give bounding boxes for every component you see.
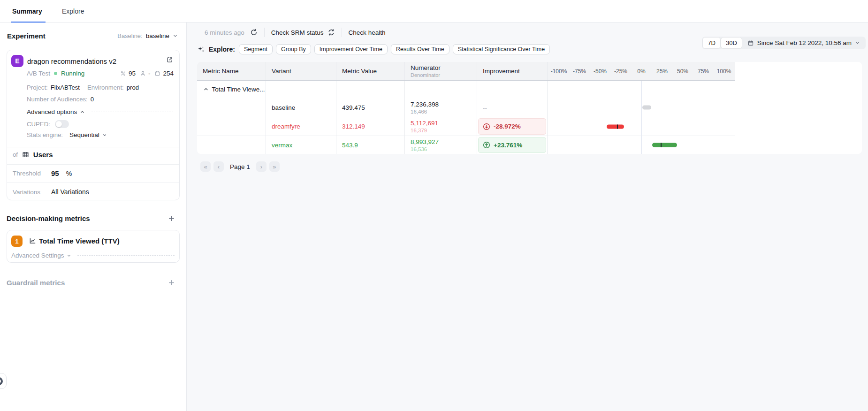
axis-tick-label: -25%	[614, 68, 627, 75]
tab-explore-label: Explore	[62, 8, 84, 15]
metric-group-row[interactable]: Total Time Viewe...	[197, 81, 735, 98]
divider-dashed	[91, 112, 173, 112]
table-row: vermax 543.9 8,993,927 16,536 +23.761%	[197, 136, 735, 154]
check-health-button[interactable]: Check health	[349, 29, 386, 36]
stats-engine-label: Stats engine:	[27, 131, 63, 138]
refresh-button[interactable]	[250, 29, 258, 36]
experiment-card: E dragon recommendations v2 A/B Test Run…	[7, 50, 180, 200]
tab-explore[interactable]: Explore	[62, 0, 84, 22]
variant-name: vermax	[272, 142, 336, 149]
variations-select[interactable]: All Variations	[51, 188, 89, 196]
date-range-picker: 7D 30D Since Sat Feb 12 2022, 10:56 am	[702, 37, 866, 49]
cuped-label: CUPED:	[27, 121, 50, 128]
numerator-value: 5,112,691	[411, 120, 477, 127]
explore-chip[interactable]: Improvement Over Time	[314, 44, 388, 54]
audiences-value: 0	[91, 96, 94, 103]
table-header-row: Metric Name Variant Metric Value Numerat…	[197, 62, 735, 81]
project-label: Project:	[27, 84, 48, 91]
spiral-icon	[0, 377, 3, 385]
external-link-icon[interactable]	[166, 56, 173, 63]
stats-engine-select[interactable]: Sequential	[69, 131, 107, 138]
improvement-tick	[661, 143, 662, 147]
axis-tick-label: 25%	[656, 68, 668, 75]
range-since-label: Since Sat Feb 12 2022, 10:56 am	[757, 39, 852, 46]
col-metric-value: Metric Value	[342, 68, 404, 75]
metric-group-name: Total Time Viewe...	[212, 86, 265, 93]
metric-value: 312.149	[342, 123, 404, 130]
confidence-interval-pill	[642, 106, 651, 110]
range-7d-button[interactable]: 7D	[703, 38, 720, 48]
help-launcher-button[interactable]	[0, 373, 7, 389]
range-since-button[interactable]: Since Sat Feb 12 2022, 10:56 am	[743, 39, 865, 46]
audiences-label: Number of Audiences:	[27, 96, 88, 103]
experiment-name: dragon recommendations v2	[27, 57, 116, 65]
baseline-value: baseline	[146, 32, 169, 39]
first-page-button[interactable]: «	[200, 161, 211, 172]
circle-arrow-up-icon	[483, 141, 490, 149]
variant-name: baseline	[272, 104, 336, 111]
page-indicator: Page 1	[230, 163, 250, 170]
metric-rank-badge: 1	[11, 236, 23, 247]
explore-label: Explore:	[209, 46, 235, 53]
check-health-label: Check health	[349, 29, 386, 36]
explore-chip[interactable]: Statistical Significance Over Time	[453, 44, 550, 54]
chevron-down-icon	[102, 133, 107, 137]
results-panel: 6 minutes ago Check SRM status Check hea…	[187, 23, 868, 411]
users-stat-value: -	[148, 70, 151, 77]
add-decision-metric-button[interactable]	[168, 215, 175, 222]
explore-chip[interactable]: Segment	[239, 44, 273, 54]
denominator-value: 16,536	[411, 146, 477, 152]
prev-page-button[interactable]: ‹	[213, 161, 224, 172]
metric-value: 439.475	[342, 104, 404, 111]
sparkles-icon	[197, 46, 205, 53]
axis-tick-label: -75%	[573, 68, 586, 75]
cuped-toggle[interactable]	[55, 120, 69, 128]
advanced-options-toggle[interactable]: Advanced options	[27, 108, 173, 115]
variations-label: Variations	[13, 189, 46, 196]
top-tab-bar: Summary Explore	[0, 0, 868, 23]
improvement-value: +23.761%	[494, 142, 522, 149]
of-label: of	[13, 151, 18, 158]
next-page-button[interactable]: ›	[256, 161, 266, 172]
guardrail-metrics-title: Guardrail metrics	[7, 279, 65, 287]
unit-type-value[interactable]: Users	[33, 151, 53, 159]
confidence-value: 95	[129, 70, 136, 77]
range-30d-button[interactable]: 30D	[721, 38, 742, 48]
explore-chip[interactable]: Results Over Time	[391, 44, 449, 54]
improvement-tick	[617, 124, 618, 129]
add-guardrail-metric-button[interactable]	[168, 279, 175, 286]
baseline-selector[interactable]: Baseline: baseline	[117, 32, 178, 39]
chevron-up-icon	[80, 109, 85, 114]
last-updated-text: 6 minutes ago	[205, 29, 244, 36]
grid-icon	[22, 151, 29, 158]
col-improvement: Improvement	[483, 68, 547, 75]
col-variant: Variant	[272, 68, 336, 75]
environment-value: prod	[127, 84, 139, 91]
circle-arrow-down-icon	[483, 123, 490, 130]
col-denominator: Denominator	[411, 72, 477, 78]
check-srm-button[interactable]: Check SRM status	[271, 29, 335, 36]
table-row: dreamfyre 312.149 5,112,691 16,379 -28.9…	[197, 117, 735, 136]
threshold-input[interactable]: 95	[51, 169, 59, 177]
divider	[7, 183, 179, 183]
decision-metric-card[interactable]: 1 Total Time Viewed (TTV) Advanced Setti…	[7, 230, 180, 263]
divider	[342, 28, 342, 37]
pagination: « ‹ Page 1 › »	[200, 161, 280, 172]
improvement-badge: -28.972%	[478, 118, 546, 135]
swap-refresh-icon	[327, 29, 335, 36]
advanced-settings-toggle[interactable]: Advanced Settings	[11, 252, 175, 259]
axis-tick-label: -100%	[551, 68, 567, 75]
tab-summary[interactable]: Summary	[12, 0, 42, 22]
refresh-icon	[250, 29, 258, 36]
table-row: baseline 439.475 7,236,398 16,466 --	[197, 98, 735, 117]
col-metric-name: Metric Name	[203, 68, 266, 75]
percent-icon	[120, 70, 126, 76]
threshold-unit: %	[66, 170, 72, 177]
tab-summary-label: Summary	[12, 8, 42, 15]
last-page-button[interactable]: »	[269, 161, 280, 172]
chevron-down-icon	[67, 253, 71, 258]
results-table: Metric Name Variant Metric Value Numerat…	[197, 62, 862, 154]
chevron-up-icon	[203, 86, 209, 92]
explore-chip[interactable]: Group By	[276, 44, 311, 54]
variant-name: dreamfyre	[272, 123, 336, 130]
